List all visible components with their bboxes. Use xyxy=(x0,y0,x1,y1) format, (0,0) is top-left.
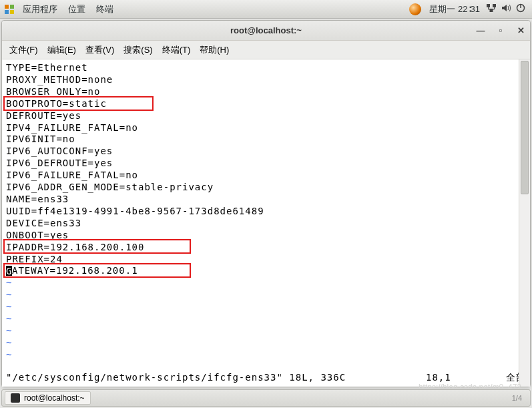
svg-rect-3 xyxy=(10,10,14,14)
window-minimize-button[interactable]: — xyxy=(474,24,487,37)
file-line: IPV4_FAILURE_FATAL=no xyxy=(6,122,526,134)
vim-tilde: ~ xyxy=(6,277,526,289)
file-line: IPV6_AUTOCONF=yes xyxy=(6,146,526,158)
svg-rect-1 xyxy=(10,5,14,9)
file-line: ONBOOT=yes xyxy=(6,230,526,242)
file-line: BROWSER_ONLY=no xyxy=(6,86,526,98)
terminal-scrollbar[interactable] xyxy=(519,59,530,387)
network-icon[interactable] xyxy=(484,3,499,15)
file-line: PREFIX=24 xyxy=(6,254,526,266)
file-line: IPV6_FAILURE_FATAL=no xyxy=(6,170,526,182)
file-line: GATEWAY=192.168.200.1 xyxy=(6,265,526,277)
vim-tilde: ~ xyxy=(6,325,526,337)
status-file-info: "/etc/sysconfig/network-scripts/ifcfg-en… xyxy=(6,372,346,384)
vim-tilde: ~ xyxy=(6,349,526,361)
vim-status-line: "/etc/sysconfig/network-scripts/ifcfg-en… xyxy=(6,372,526,384)
file-line: IPV6_ADDR_GEN_MODE=stable-privacy xyxy=(6,182,526,194)
update-indicator-icon[interactable] xyxy=(409,3,421,15)
system-panel: 应用程序 位置 终端 星期一 22∶31 xyxy=(0,0,532,19)
window-close-button[interactable]: ✕ xyxy=(514,24,527,37)
terminal-window: root@localhost:~ — ▫ ✕ 文件(F) 编辑(E) 查看(V)… xyxy=(1,20,531,387)
scrollbar-thumb[interactable] xyxy=(521,61,529,194)
menu-search[interactable]: 搜索(S) xyxy=(119,44,157,56)
vim-tilde: ~ xyxy=(6,313,526,325)
panel-terminal[interactable]: 终端 xyxy=(91,3,119,15)
taskbar-workspace[interactable]: 1/4 xyxy=(512,394,527,402)
file-line: NAME=ens33 xyxy=(6,194,526,206)
svg-rect-4 xyxy=(487,4,490,7)
menu-terminal[interactable]: 终端(T) xyxy=(158,44,196,56)
power-icon[interactable] xyxy=(513,3,528,15)
panel-places[interactable]: 位置 xyxy=(63,3,91,15)
file-line: UUID=ff4e1319-4991-4be8-9567-173d8de6148… xyxy=(6,206,526,218)
file-line: TYPE=Ethernet xyxy=(6,62,526,74)
taskbar-item-label: root@localhost:~ xyxy=(24,393,85,403)
vim-tilde: ~ xyxy=(6,337,526,349)
bottom-taskbar: root@localhost:~ 1/4 xyxy=(1,389,531,407)
svg-rect-2 xyxy=(5,10,9,14)
status-cursor-pos: 18,1 xyxy=(426,372,506,384)
svg-rect-5 xyxy=(493,4,496,7)
file-line: IPV6_DEFROUTE=yes xyxy=(6,158,526,170)
window-titlebar[interactable]: root@localhost:~ — ▫ ✕ xyxy=(2,21,530,41)
vim-tilde: ~ xyxy=(6,301,526,313)
window-title: root@localhost:~ xyxy=(230,25,302,35)
file-line: IPV6INIT=no xyxy=(6,134,526,146)
file-line: BOOTPROTO=static xyxy=(6,98,526,110)
panel-clock[interactable]: 星期一 22∶31 xyxy=(429,3,480,15)
file-line: PROXY_METHOD=none xyxy=(6,74,526,86)
menu-file[interactable]: 文件(F) xyxy=(5,44,43,56)
volume-icon[interactable] xyxy=(499,3,513,15)
panel-applications[interactable]: 应用程序 xyxy=(17,3,63,15)
cursor: G xyxy=(6,266,12,276)
terminal-body[interactable]: TYPE=EthernetPROXY_METHOD=noneBROWSER_ON… xyxy=(2,59,530,387)
menu-help[interactable]: 帮助(H) xyxy=(195,44,234,56)
window-maximize-button[interactable]: ▫ xyxy=(494,24,507,37)
file-line: DEFROUTE=yes xyxy=(6,110,526,122)
menu-view[interactable]: 查看(V) xyxy=(81,44,119,56)
menu-edit[interactable]: 编辑(E) xyxy=(43,44,81,56)
svg-rect-0 xyxy=(5,5,9,9)
terminal-icon xyxy=(11,393,20,403)
menubar: 文件(F) 编辑(E) 查看(V) 搜索(S) 终端(T) 帮助(H) xyxy=(2,41,530,59)
file-line: DEVICE=ens33 xyxy=(6,218,526,230)
activities-icon xyxy=(4,4,15,15)
taskbar-item-terminal[interactable]: root@localhost:~ xyxy=(5,391,91,405)
file-line: IPADDR=192.168.200.100 xyxy=(6,242,526,254)
vim-tilde: ~ xyxy=(6,289,526,301)
